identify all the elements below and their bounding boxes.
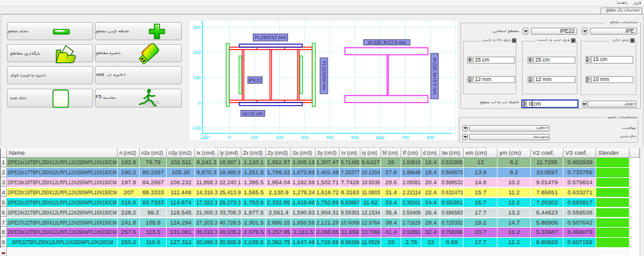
svg-text:0: 0 [198,100,201,106]
svg-text:-100: -100 [191,125,201,131]
svg-text:300: 300 [301,135,309,140]
svg-text:-100: -100 [199,135,209,140]
svg-text:IPE22: IPE22 [248,77,261,83]
svg-text:300: 300 [192,25,201,30]
svg-text:cc=11 cm: cc=11 cm [243,111,263,116]
svg-text:700: 700 [401,135,409,140]
svg-text:PL250X12 mm: PL250X12 mm [255,35,286,40]
svg-text:100: 100 [250,135,258,140]
svg-text:0: 0 [228,135,230,140]
svg-text:400: 400 [326,135,334,140]
svg-text:bf=330, tf=27.6 mm: bf=330, tf=27.6 mm [368,40,406,45]
svg-text:PL12X250 mm: PL12X250 mm [322,61,326,90]
svg-text:100: 100 [192,75,201,81]
svg-text:800: 800 [426,135,435,140]
svg-text:200: 200 [275,135,284,140]
svg-text:500: 500 [351,135,359,140]
svg-text:d=220, tw=5.9 mm: d=220, tw=5.9 mm [433,58,437,94]
svg-text:600: 600 [376,135,384,140]
svg-text:200: 200 [192,50,201,55]
